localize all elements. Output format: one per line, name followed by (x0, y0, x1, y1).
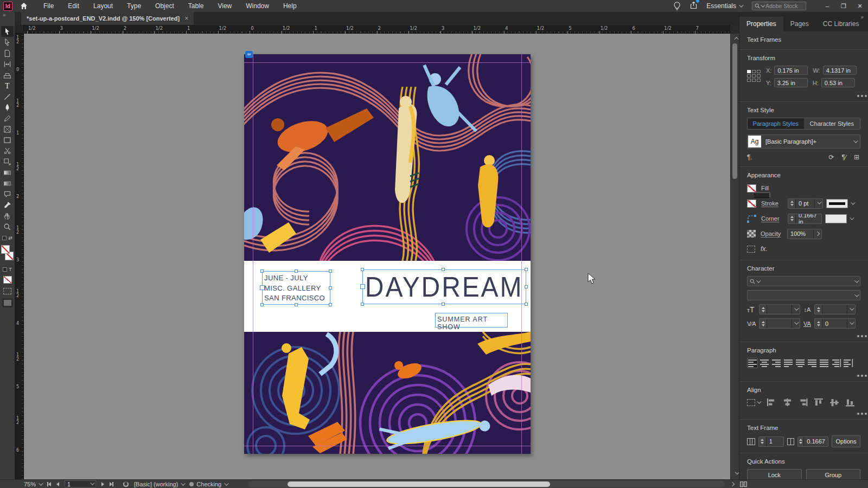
stepper-icon[interactable] (788, 199, 796, 208)
horizontal-scroll-thumb[interactable] (288, 481, 550, 487)
tab-properties[interactable]: Properties (739, 17, 783, 31)
show-hidden-characters-icon[interactable]: ¶. (747, 153, 752, 161)
document-page[interactable]: JUNE - JULYMISC. GALLERYSAN FRANCISCO DA… (244, 54, 531, 454)
type-tool[interactable]: T (1, 80, 14, 91)
text-frame-options-button[interactable]: Options (832, 435, 860, 447)
justify-right-button[interactable] (807, 358, 818, 368)
direct-selection-tool[interactable] (1, 37, 14, 48)
rectangle-tool[interactable] (1, 134, 14, 145)
opacity-label[interactable]: Opacity (761, 230, 787, 237)
tools-panel-header[interactable]: » (0, 12, 15, 26)
chevron-down-icon[interactable] (850, 215, 854, 220)
selection-handle[interactable] (329, 303, 332, 306)
menu-object[interactable]: Object (148, 0, 181, 12)
ruler-origin-corner[interactable] (15, 25, 24, 34)
normal-view-icon[interactable] (3, 288, 11, 294)
screen-mode-icon[interactable] (3, 299, 12, 306)
minimize-button[interactable]: – (819, 0, 835, 12)
more-options-icon[interactable] (857, 335, 859, 337)
document-tab[interactable]: *set-up-a-postcard_END_V2.indd @ 150% [C… (21, 12, 194, 25)
selection-handle[interactable] (525, 303, 528, 306)
corner-size-control[interactable]: 0.1667 in (788, 214, 822, 224)
chevron-down-icon[interactable] (847, 305, 855, 314)
corner-options-icon[interactable] (747, 215, 756, 223)
stroke-label[interactable]: Stroke (761, 200, 788, 207)
align-to-dropdown[interactable] (747, 399, 760, 406)
scroll-right-icon[interactable] (728, 483, 734, 486)
kerning-control[interactable] (759, 318, 800, 329)
tracking-control[interactable]: 0 (814, 318, 856, 329)
home-icon[interactable] (20, 2, 28, 10)
fill-swatch-none[interactable] (1, 245, 10, 254)
preflight-profile-dropdown[interactable]: [Basic] (working) (134, 481, 184, 487)
selection-handle[interactable] (260, 303, 264, 306)
stepper-icon[interactable] (815, 305, 822, 314)
tab-close-icon[interactable]: × (184, 15, 188, 22)
next-page-button[interactable] (101, 482, 104, 486)
selection-handle[interactable] (295, 303, 298, 306)
more-options-icon[interactable] (857, 413, 859, 415)
style-override-icon[interactable]: ¶∕ (841, 153, 846, 161)
last-page-button[interactable] (110, 482, 113, 486)
help-lightbulb-icon[interactable] (673, 2, 681, 10)
selection-handle[interactable] (329, 269, 332, 273)
info-text-frame[interactable]: JUNE - JULYMISC. GALLERYSAN FRANCISCO (262, 271, 330, 305)
menu-view[interactable]: View (210, 0, 239, 12)
character-styles-tab[interactable]: Character Styles (804, 118, 860, 129)
gutter-control[interactable]: 0.1667 (797, 436, 828, 447)
formatting-affects-toggle[interactable]: T (3, 267, 12, 272)
selection-handle[interactable] (525, 268, 528, 271)
close-button[interactable]: ✕ (852, 0, 868, 12)
align-center-button[interactable] (759, 358, 770, 368)
gradient-feather-tool[interactable] (1, 178, 14, 189)
chevron-down-icon[interactable] (851, 200, 855, 204)
stroke-style-preview[interactable] (826, 199, 848, 208)
justify-all-button[interactable] (819, 358, 829, 368)
stroke-color-swatch[interactable] (747, 200, 756, 208)
menu-help[interactable]: Help (276, 0, 304, 12)
selection-handle[interactable] (329, 286, 332, 290)
more-options-icon[interactable] (857, 95, 859, 97)
hand-tool[interactable] (1, 210, 14, 221)
align-top-edges-button[interactable] (813, 397, 825, 407)
adobe-stock-search[interactable]: Adobe Stock (752, 2, 806, 10)
page-tool[interactable] (1, 48, 14, 59)
align-right-button[interactable] (771, 358, 782, 368)
chevron-down-icon[interactable] (814, 199, 822, 208)
align-horizontal-centers-button[interactable] (781, 397, 793, 407)
chevron-right-icon[interactable] (813, 229, 821, 239)
tab-cc-libraries[interactable]: CC Libraries (816, 17, 866, 31)
share-icon[interactable] (690, 1, 698, 11)
free-transform-tool[interactable] (1, 156, 14, 167)
fx-icon[interactable]: fx. (761, 245, 768, 253)
selection-handle[interactable] (360, 284, 365, 289)
align-left-edges-button[interactable] (765, 397, 777, 407)
subtitle-text-frame[interactable]: SUMMER ART SHOW (435, 313, 508, 328)
previous-page-button[interactable] (56, 482, 59, 486)
align-toward-spine-button[interactable] (831, 358, 841, 368)
width-input[interactable]: 4.1317 in (823, 66, 857, 75)
vertical-ruler[interactable]: 1 201 211 221 231 241 251 26 (15, 34, 24, 479)
menu-type[interactable]: Type (120, 0, 148, 12)
paragraph-styles-tab[interactable]: Paragraph Styles (748, 118, 804, 129)
first-page-button[interactable] (47, 482, 51, 486)
menu-window[interactable]: Window (239, 0, 276, 12)
note-tool[interactable] (1, 189, 14, 200)
opacity-control[interactable]: 100% (787, 229, 822, 239)
x-input[interactable]: 0.175 in (774, 66, 808, 75)
scroll-up-icon[interactable] (734, 37, 738, 41)
menu-layout[interactable]: Layout (86, 0, 120, 12)
horizontal-scrollbar[interactable] (248, 481, 725, 487)
menu-table[interactable]: Table (181, 0, 211, 12)
zoom-level-control[interactable]: 75% (24, 481, 42, 487)
stepper-icon[interactable] (760, 319, 767, 328)
align-vertical-centers-button[interactable] (828, 397, 840, 407)
pasteboard[interactable]: JUNE - JULYMISC. GALLERYSAN FRANCISCO DA… (24, 34, 730, 479)
horizontal-ruler[interactable]: 1/231/221/211/201/211/221/231/241/251/26… (24, 25, 730, 34)
redefine-style-icon[interactable]: ⟳ (828, 153, 834, 161)
swap-fill-stroke[interactable]: ⇄ (2, 235, 12, 241)
font-size-control[interactable] (759, 304, 800, 314)
leading-control[interactable] (814, 304, 856, 314)
stroke-weight-control[interactable]: 0 pt (788, 198, 823, 209)
title-text-frame[interactable]: DAYDREAM (362, 269, 526, 304)
